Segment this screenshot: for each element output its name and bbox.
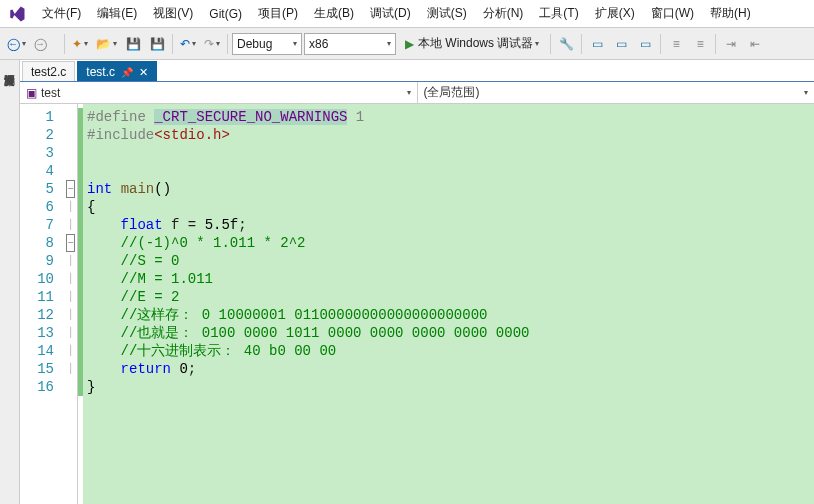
menu-file[interactable]: 文件(F) [34, 1, 89, 26]
code-line[interactable]: //S = 0 [87, 252, 814, 270]
code-line[interactable]: //E = 2 [87, 288, 814, 306]
code-line[interactable]: //这样存： 0 10000001 0110000000000000000000… [87, 306, 814, 324]
new-project-button[interactable]: ✦ ▾ [69, 33, 91, 55]
menu-window[interactable]: 窗口(W) [643, 1, 702, 26]
wrench-icon: 🔧 [559, 37, 574, 51]
editor-column: test2.c test.c 📌 ✕ ▣ test ▾ (全局范围) ▾ 123… [20, 60, 814, 504]
separator [227, 34, 228, 54]
chevron-down-icon: ▾ [387, 39, 391, 48]
window-icon: ▭ [640, 37, 651, 51]
start-debug-button[interactable]: ▶ 本地 Windows 调试器 ▾ [398, 33, 546, 55]
toolbar-icon-1[interactable]: 🔧 [555, 33, 577, 55]
nav-forward-button[interactable]: ◯ → [31, 33, 60, 55]
toolbar-icon-3[interactable]: ▭ [610, 33, 632, 55]
layers-icon: ≡ [673, 37, 680, 51]
menu-tools[interactable]: 工具(T) [531, 1, 586, 26]
code-line[interactable] [87, 162, 814, 180]
main-area: 解决方案资源管理器 test2.c test.c 📌 ✕ ▣ test ▾ (全… [0, 60, 814, 504]
menu-view[interactable]: 视图(V) [145, 1, 201, 26]
separator [64, 34, 65, 54]
nav-project-combo[interactable]: ▣ test ▾ [20, 82, 418, 103]
fold-gutter: −││−│││││││ [64, 104, 78, 504]
nav-scope-combo[interactable]: (全局范围) ▾ [418, 82, 815, 103]
menu-git[interactable]: Git(G) [201, 3, 250, 25]
code-editor[interactable]: 12345678910111213141516 −││−│││││││ #def… [20, 104, 814, 504]
menu-build[interactable]: 生成(B) [306, 1, 362, 26]
separator [660, 34, 661, 54]
code-line[interactable]: //十六进制表示： 40 b0 00 00 [87, 342, 814, 360]
code-line[interactable]: #define _CRT_SECURE_NO_WARNINGS 1 [87, 108, 814, 126]
window-icon: ▭ [592, 37, 603, 51]
code-line[interactable]: int main() [87, 180, 814, 198]
menu-test[interactable]: 测试(S) [419, 1, 475, 26]
toolbar-icon-5[interactable]: ≡ [665, 33, 687, 55]
fold-toggle[interactable]: − [66, 180, 75, 198]
pin-icon[interactable]: 📌 [121, 67, 133, 78]
menu-project[interactable]: 项目(P) [250, 1, 306, 26]
tab-label: test2.c [31, 65, 66, 79]
open-file-button[interactable]: 📂 ▾ [93, 33, 120, 55]
undo-button[interactable]: ↶ ▾ [177, 33, 199, 55]
chevron-down-icon: ▾ [293, 39, 297, 48]
sparkle-icon: ✦ [72, 37, 82, 51]
start-debug-label: 本地 Windows 调试器 [418, 35, 533, 52]
code-line[interactable]: } [87, 378, 814, 396]
solution-config-combo[interactable]: Debug ▾ [232, 33, 302, 55]
code-line[interactable] [87, 144, 814, 162]
separator [550, 34, 551, 54]
code-line[interactable]: #include<stdio.h> [87, 126, 814, 144]
document-tabstrip: test2.c test.c 📌 ✕ [20, 60, 814, 82]
code-line[interactable]: { [87, 198, 814, 216]
code-line[interactable]: //(-1)^0 * 1.011 * 2^2 [87, 234, 814, 252]
separator [715, 34, 716, 54]
toolbar-icon-7[interactable]: ⇥ [720, 33, 742, 55]
toolbar: ◯ ← ▾ ◯ → ✦ ▾ 📂 ▾ 💾 💾 ↶ ▾ ↷ ▾ Debug ▾ x8… [0, 28, 814, 60]
save-icon: 💾 [126, 37, 141, 51]
module-icon: ▣ [26, 86, 37, 100]
separator [172, 34, 173, 54]
code-line[interactable]: return 0; [87, 360, 814, 378]
toolbar-icon-4[interactable]: ▭ [634, 33, 656, 55]
code-body[interactable]: #define _CRT_SECURE_NO_WARNINGS 1#includ… [83, 104, 814, 504]
menu-extensions[interactable]: 扩展(X) [587, 1, 643, 26]
chevron-down-icon: ▾ [804, 88, 808, 97]
indent-icon: ⇥ [726, 37, 736, 51]
toolbar-icon-8[interactable]: ⇤ [744, 33, 766, 55]
nav-scope-label: (全局范围) [424, 84, 480, 101]
menu-analyze[interactable]: 分析(N) [475, 1, 532, 26]
toolbar-icon-2[interactable]: ▭ [586, 33, 608, 55]
outdent-icon: ⇤ [750, 37, 760, 51]
menu-bar: 文件(F) 编辑(E) 视图(V) Git(G) 项目(P) 生成(B) 调试(… [0, 0, 814, 28]
close-icon[interactable]: ✕ [139, 66, 148, 79]
solution-explorer-collapsed[interactable]: 解决方案资源管理器 [0, 60, 20, 504]
code-nav-bar: ▣ test ▾ (全局范围) ▾ [20, 82, 814, 104]
code-line[interactable]: float f = 5.5f; [87, 216, 814, 234]
nav-back-button[interactable]: ◯ ← ▾ [4, 33, 29, 55]
save-all-icon: 💾 [150, 37, 165, 51]
tab-test-c[interactable]: test.c 📌 ✕ [77, 61, 157, 81]
menu-edit[interactable]: 编辑(E) [89, 1, 145, 26]
chevron-down-icon: ▾ [407, 88, 411, 97]
redo-button[interactable]: ↷ ▾ [201, 33, 223, 55]
window-icon: ▭ [616, 37, 627, 51]
code-line[interactable]: //也就是： 0100 0000 1011 0000 0000 0000 000… [87, 324, 814, 342]
save-button[interactable]: 💾 [122, 33, 144, 55]
tab-test2-c[interactable]: test2.c [22, 61, 75, 81]
save-all-button[interactable]: 💾 [146, 33, 168, 55]
solution-platform-combo[interactable]: x86 ▾ [304, 33, 396, 55]
menu-help[interactable]: 帮助(H) [702, 1, 759, 26]
undo-icon: ↶ [180, 37, 190, 51]
play-icon: ▶ [405, 37, 414, 51]
nav-project-label: test [41, 86, 60, 100]
tab-label: test.c [86, 65, 115, 79]
layers-icon: ≡ [697, 37, 704, 51]
code-line[interactable]: //M = 1.011 [87, 270, 814, 288]
solution-config-value: Debug [237, 37, 287, 51]
redo-icon: ↷ [204, 37, 214, 51]
fold-toggle[interactable]: − [66, 234, 75, 252]
vs-logo-icon [8, 5, 26, 23]
folder-open-icon: 📂 [96, 37, 111, 51]
solution-platform-value: x86 [309, 37, 381, 51]
menu-debug[interactable]: 调试(D) [362, 1, 419, 26]
toolbar-icon-6[interactable]: ≡ [689, 33, 711, 55]
